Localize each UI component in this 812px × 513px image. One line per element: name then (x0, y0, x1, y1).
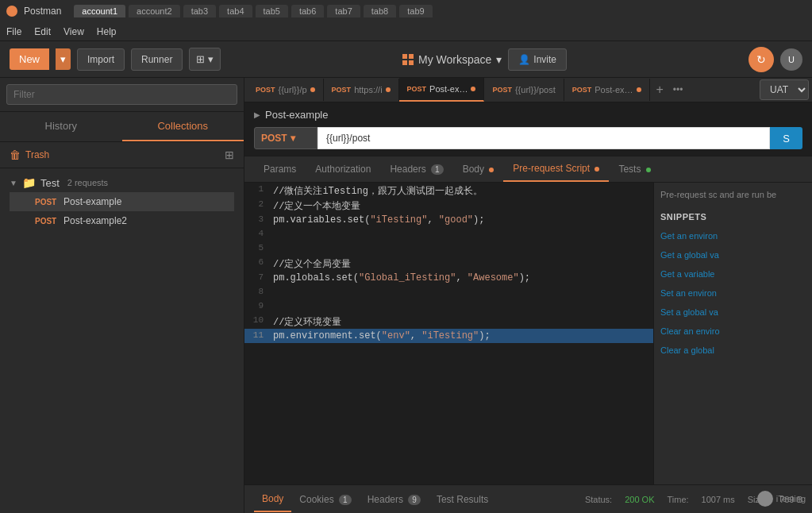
import-button[interactable]: Import (77, 48, 125, 71)
bottom-tab-body[interactable]: Body (254, 487, 291, 512)
search-input[interactable] (6, 84, 237, 105)
collection-folder[interactable]: ▼ 📁 Test 2 requests (10, 173, 234, 192)
toolbar-icon-button[interactable]: ⊞ ▾ (189, 48, 221, 71)
title-tab-7[interactable]: tab7 (327, 5, 360, 17)
subtab-body[interactable]: Body (453, 157, 504, 181)
tab-label-4: Post-ex… (595, 85, 633, 94)
tab-dot-1 (386, 87, 391, 92)
snippet-link-4[interactable]: Set a global va (654, 303, 812, 322)
snippet-link-6[interactable]: Clear a global (654, 341, 812, 360)
new-button[interactable]: New (10, 48, 49, 70)
snippets-panel: Pre-request sc and are run be SNIPPETS G… (653, 183, 812, 484)
runner-button[interactable]: Runner (131, 48, 183, 71)
line-num-10: 10 (244, 314, 273, 329)
environment-selector[interactable]: UAT (760, 79, 809, 100)
req-tab-1[interactable]: POST https://i (324, 79, 399, 101)
sidebar-tabs: History Collections (0, 112, 244, 142)
watermark-icon (757, 491, 773, 507)
code-editor[interactable]: 1 //微信关注iTesting，跟万人测试团一起成长。 2 //定义一个本地变… (244, 183, 653, 484)
content-area: POST {{url}}/p POST https://i POST Post-… (244, 78, 812, 513)
workspace-button[interactable]: My Workspace ▾ (402, 53, 502, 66)
code-line-3: 3 pm.variables.set("iTesting", "good"); (244, 213, 653, 227)
request-tabs: POST {{url}}/p POST https://i POST Post-… (244, 78, 812, 102)
subtab-authorization[interactable]: Authorization (306, 157, 380, 181)
snippet-link-3[interactable]: Set an environ (654, 284, 812, 303)
title-tab-9[interactable]: tab9 (399, 5, 432, 17)
menu-edit[interactable]: Edit (34, 26, 51, 37)
cookies-count-badge: 1 (339, 495, 352, 505)
tab-method-3: POST (492, 86, 512, 94)
subtab-prerequest[interactable]: Pre-request Script (503, 156, 609, 182)
sync-button[interactable]: ↻ (749, 47, 774, 72)
sidebar-tab-collections[interactable]: Collections (122, 112, 244, 141)
title-tab-8[interactable]: tab8 (364, 5, 396, 17)
add-tab-button[interactable]: + (653, 79, 667, 100)
req-tab-3[interactable]: POST {{url}}/post (484, 79, 564, 101)
subtab-params[interactable]: Params (254, 157, 306, 181)
request-method-0: POST (35, 198, 57, 206)
watermark-text: iTesting (776, 494, 806, 503)
req-tab-4[interactable]: POST Post-ex… (564, 79, 650, 101)
title-tab-1[interactable]: account1 (74, 5, 125, 17)
sidebar-search-container (0, 78, 244, 112)
more-tabs-button[interactable]: ••• (670, 81, 687, 98)
bottom-tab-cookies[interactable]: Cookies 1 (291, 488, 359, 511)
snippet-link-5[interactable]: Clear an enviro (654, 322, 812, 341)
title-tab-2[interactable]: account2 (129, 5, 180, 17)
line-num-5: 5 (244, 241, 273, 256)
snippet-link-1[interactable]: Get a global va (654, 245, 812, 264)
status-value: 200 OK (625, 495, 654, 504)
sidebar-tab-history[interactable]: History (0, 112, 122, 141)
subtab-tests[interactable]: Tests (609, 157, 660, 181)
body-dot-icon (489, 168, 494, 172)
bottom-tab-headers[interactable]: Headers 9 (360, 488, 429, 511)
trash-action-icon: ⊞ (225, 148, 234, 161)
req-tab-0[interactable]: POST {{url}}/p (248, 79, 324, 101)
req-tab-2[interactable]: POST Post-ex… (399, 78, 485, 102)
url-input[interactable] (317, 127, 770, 149)
toolbar-center: My Workspace ▾ 👤 Invite (227, 48, 742, 71)
bottom-tab-test-results[interactable]: Test Results (429, 488, 496, 511)
code-line-6: 6 //定义个全局变量 (244, 256, 653, 271)
tab-label-3: {{url}}/post (515, 85, 556, 94)
line-num-6: 6 (244, 256, 273, 271)
workspace-label: My Workspace (418, 53, 491, 66)
request-item-0[interactable]: POST Post-example (10, 192, 234, 211)
line-content-7: pm.globals.set("Global_iTesting", "Aweso… (273, 271, 530, 285)
line-num-2: 2 (244, 198, 273, 213)
title-bar: Postman account1 account2 tab3 tab4 tab5… (0, 0, 812, 22)
folder-icon: 📁 (22, 176, 36, 189)
method-label: POST (261, 133, 287, 144)
sidebar-trash[interactable]: 🗑 Trash ⊞ (0, 142, 244, 168)
collection-item: ▼ 📁 Test 2 requests POST Post-example PO… (0, 168, 244, 235)
code-line-10: 10 //定义环境变量 (244, 314, 653, 329)
menu-view[interactable]: View (63, 26, 84, 37)
snippet-link-0[interactable]: Get an environ (654, 226, 812, 245)
request-section: ▶ Post-example POST ▾ S (244, 102, 812, 156)
method-select[interactable]: POST ▾ (254, 127, 317, 149)
bottom-tab-headers-label: Headers (368, 494, 403, 505)
time-label: Time: (667, 495, 688, 504)
title-tab-4[interactable]: tab4 (219, 5, 252, 17)
subtab-authorization-label: Authorization (315, 164, 371, 175)
menu-file[interactable]: File (6, 26, 21, 37)
subtab-headers[interactable]: Headers 1 (380, 157, 452, 181)
tab-label-2: Post-ex… (429, 84, 468, 94)
code-line-2: 2 //定义一个本地变量 (244, 198, 653, 213)
title-tab-6[interactable]: tab6 (291, 5, 324, 17)
menu-help[interactable]: Help (97, 26, 117, 37)
request-item-1[interactable]: POST Post-example2 (10, 211, 234, 230)
snippet-link-2[interactable]: Get a variable (654, 264, 812, 284)
request-title: ▶ Post-example (254, 109, 802, 121)
title-tab-5[interactable]: tab5 (256, 5, 288, 17)
code-line-4: 4 (244, 227, 653, 241)
send-button[interactable]: S (770, 127, 802, 149)
toolbar: New ▾ Import Runner ⊞ ▾ My Workspace ▾ 👤… (0, 41, 812, 78)
snippets-description: Pre-request sc and are run be (654, 183, 812, 207)
new-dropdown-button[interactable]: ▾ (56, 48, 71, 70)
code-line-11: 11 pm.environment.set("env", "iTesting")… (244, 329, 653, 343)
title-tab-3[interactable]: tab3 (183, 5, 216, 17)
invite-button[interactable]: 👤 Invite (508, 48, 567, 71)
tab-method-4: POST (572, 86, 592, 94)
code-line-8: 8 (244, 285, 653, 299)
